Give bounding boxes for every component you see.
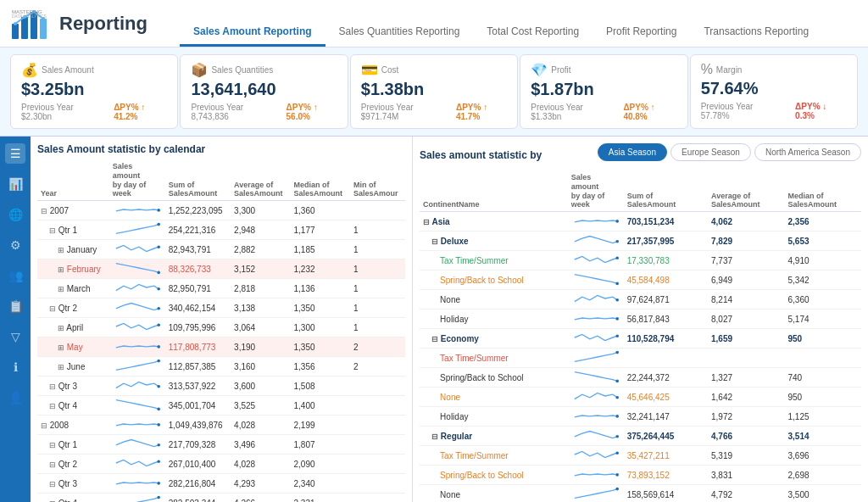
svg-point-34 bbox=[615, 257, 619, 260]
logo-area: MASTERING DATA ANALYTICS Reporting bbox=[10, 7, 180, 41]
calendar-table-row: ⊟ Qtr 1 254,221,316 2,948 1,177 1 bbox=[37, 220, 405, 240]
expand-btn[interactable]: ⊟ bbox=[49, 226, 56, 235]
expand-btn[interactable]: ⊟ bbox=[431, 237, 438, 246]
kpi-value-4: 57.64% bbox=[701, 79, 847, 98]
col-min: Min ofSalesAmour bbox=[350, 160, 405, 201]
calendar-table-row: ⊞ June 112,857,385 3,160 1,356 2 bbox=[37, 357, 405, 376]
row-sum: 110,528,794 bbox=[624, 329, 708, 349]
kpi-value-3: $1.87bn bbox=[531, 80, 676, 99]
expand-btn[interactable]: ⊟ bbox=[49, 441, 56, 449]
sidebar-icon-clipboard[interactable]: 📋 bbox=[5, 296, 25, 316]
col-sum-r: Sum ofSalesAmount bbox=[624, 171, 708, 212]
row-min bbox=[350, 474, 405, 494]
svg-point-13 bbox=[157, 271, 160, 275]
svg-rect-1 bbox=[21, 17, 28, 39]
row-label: ⊞ May bbox=[37, 337, 109, 357]
row-sum: 112,857,385 bbox=[165, 357, 231, 376]
expand-btn[interactable]: ⊟ bbox=[41, 421, 47, 430]
row-min bbox=[350, 494, 405, 502]
sidebar-icon-info[interactable]: ℹ bbox=[5, 357, 25, 377]
expand-btn[interactable]: ⊟ bbox=[41, 207, 47, 215]
row-med: 1,232 bbox=[291, 259, 350, 279]
expand-btn[interactable]: ⊟ bbox=[431, 335, 438, 343]
kpi-bar: 💰 Sales Amount $3.25bn Previous Year $2.… bbox=[0, 47, 868, 137]
row-sparkline bbox=[109, 416, 165, 435]
row-sparkline bbox=[568, 446, 624, 466]
calendar-table-row: ⊟ 2008 1,049,439,876 4,028 2,199 bbox=[37, 416, 405, 435]
kpi-label-0: 💰 Sales Amount bbox=[21, 62, 167, 78]
expand-btn[interactable]: ⊟ bbox=[431, 432, 438, 441]
right-table-row: Tax Time/Summer 17,330,783 7,737 4,910 bbox=[420, 251, 861, 271]
season-tab-2[interactable]: North America Season bbox=[754, 143, 861, 161]
sidebar-icon-home[interactable]: ☰ bbox=[5, 143, 25, 164]
expand-btn[interactable]: ⊞ bbox=[58, 246, 64, 254]
svg-point-4 bbox=[14, 22, 17, 25]
expand-btn[interactable]: ⊟ bbox=[49, 382, 56, 391]
expand-btn[interactable]: ⊞ bbox=[58, 324, 64, 332]
sidebar-icon-people[interactable]: 👥 bbox=[5, 265, 25, 286]
sidebar-icon-filter[interactable]: ▽ bbox=[5, 326, 25, 347]
nav-tab-1[interactable]: Sales Quantities Reporting bbox=[326, 19, 474, 47]
expand-btn[interactable]: ⊞ bbox=[58, 285, 64, 293]
kpi-prev-4: Previous Year 57.78% bbox=[701, 102, 782, 120]
expand-btn[interactable]: ⊟ bbox=[423, 218, 430, 226]
calendar-panel-title: Sales Amount statistic by calendar bbox=[37, 143, 405, 155]
svg-point-37 bbox=[615, 317, 619, 321]
row-med: 950 bbox=[785, 329, 862, 349]
sidebar-icon-user[interactable]: 👤 bbox=[5, 388, 25, 408]
calendar-table-wrapper[interactable]: Year Sales amountby day ofweek Sum ofSal… bbox=[37, 160, 405, 502]
row-avg: 8,027 bbox=[708, 310, 784, 329]
season-tab-0[interactable]: Asia Season bbox=[598, 143, 667, 161]
row-label: ⊟ Deluxe bbox=[420, 231, 568, 251]
nav-tab-4[interactable]: Transactions Reporting bbox=[690, 19, 822, 47]
season-tabs: Asia SeasonEurope SeasonNorth America Se… bbox=[598, 143, 861, 161]
kpi-value-2: $1.38bn bbox=[361, 80, 507, 99]
expand-btn[interactable]: ⊟ bbox=[49, 460, 56, 469]
kpi-prev-3: Previous Year $1.33bn bbox=[531, 103, 609, 121]
right-table-row: Tax Time/Summer 35,427,211 5,319 3,696 bbox=[420, 446, 861, 466]
right-table-row: None 45,646,425 1,642 950 bbox=[420, 388, 861, 407]
nav-tab-2[interactable]: Total Cost Reporting bbox=[473, 19, 593, 47]
row-avg: 3,525 bbox=[231, 396, 290, 416]
row-sum: 117,808,773 bbox=[165, 337, 231, 357]
row-med: 2,356 bbox=[785, 212, 862, 231]
col-med: Median ofSalesAmount bbox=[291, 160, 350, 201]
right-panel-title: Sales amount statistic by bbox=[420, 149, 542, 161]
season-tab-1[interactable]: Europe Season bbox=[670, 143, 751, 161]
row-min: 2 bbox=[350, 337, 405, 357]
row-med: 3,500 bbox=[785, 485, 862, 502]
kpi-card-4: % Margin 57.64% Previous Year 57.78% ΔPY… bbox=[690, 54, 858, 129]
row-sum: 35,427,211 bbox=[624, 446, 708, 466]
row-med: 1,350 bbox=[291, 337, 350, 357]
expand-btn[interactable]: ⊞ bbox=[58, 343, 64, 352]
expand-btn[interactable]: ⊟ bbox=[49, 304, 56, 313]
row-avg: 4,266 bbox=[231, 494, 290, 502]
row-avg: 4,028 bbox=[231, 416, 290, 435]
expand-btn[interactable]: ⊞ bbox=[58, 363, 64, 371]
calendar-table-row: ⊟ Qtr 3 282,216,804 4,293 2,340 bbox=[37, 474, 405, 494]
sidebar-icon-settings[interactable]: ⚙ bbox=[5, 235, 25, 255]
expand-btn[interactable]: ⊟ bbox=[49, 480, 56, 488]
expand-btn[interactable]: ⊟ bbox=[49, 402, 56, 410]
row-sum: 45,584,498 bbox=[624, 271, 708, 290]
row-avg: 3,160 bbox=[231, 357, 290, 376]
row-min: 1 bbox=[350, 259, 405, 279]
right-table-wrapper[interactable]: ContinentName Sales amountby day of week… bbox=[420, 171, 861, 502]
row-avg: 2,818 bbox=[231, 279, 290, 298]
right-table-row: ⊟ Economy 110,528,794 1,659 950 bbox=[420, 329, 861, 349]
row-med: 4,910 bbox=[785, 251, 862, 271]
col-avg-r: Average ofSalesAmount bbox=[708, 171, 784, 212]
sidebar-icon-globe[interactable]: 🌐 bbox=[5, 204, 25, 225]
calendar-table-row: ⊞ January 82,943,791 2,882 1,185 1 bbox=[37, 240, 405, 259]
calendar-table-row: ⊞ April 109,795,996 3,064 1,300 1 bbox=[37, 318, 405, 337]
row-avg: 4,792 bbox=[708, 485, 784, 502]
expand-btn[interactable]: ⊞ bbox=[58, 265, 64, 274]
row-sum: 109,795,996 bbox=[165, 318, 231, 337]
row-sparkline bbox=[109, 220, 165, 240]
sidebar-icon-chart[interactable]: 📊 bbox=[5, 174, 25, 194]
row-sum: 217,357,995 bbox=[624, 231, 708, 251]
svg-point-22 bbox=[157, 443, 160, 447]
row-sparkline bbox=[568, 349, 624, 368]
nav-tab-0[interactable]: Sales Amount Reporting bbox=[180, 19, 326, 47]
nav-tab-3[interactable]: Profit Reporting bbox=[593, 19, 690, 47]
